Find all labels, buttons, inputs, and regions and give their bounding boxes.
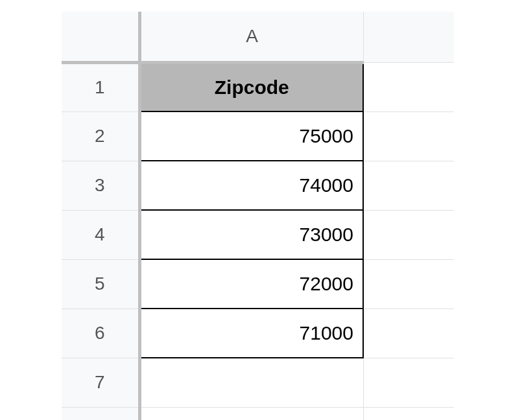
row-6: 6 71000 (62, 309, 454, 358)
cell-A3[interactable]: 74000 (139, 161, 363, 210)
grid-table: A 1 Zipcode 2 75000 3 74000 4 73000 5 72… (62, 12, 454, 420)
cell-A8[interactable] (139, 407, 363, 420)
cell-A1[interactable]: Zipcode (139, 62, 363, 111)
row-2: 2 75000 (62, 111, 454, 161)
row-header-4[interactable]: 4 (62, 210, 139, 259)
cell-B8[interactable] (363, 407, 454, 420)
row-1: 1 Zipcode (62, 62, 454, 111)
row-8-partial (62, 407, 454, 420)
cell-A6[interactable]: 71000 (139, 309, 363, 358)
cell-B1[interactable] (363, 62, 454, 111)
column-header-next[interactable] (363, 12, 454, 62)
row-header-7[interactable]: 7 (62, 358, 139, 407)
cell-B7[interactable] (363, 358, 454, 407)
column-header-row: A (62, 12, 454, 62)
spreadsheet-grid[interactable]: A 1 Zipcode 2 75000 3 74000 4 73000 5 72… (62, 12, 454, 420)
row-header-2[interactable]: 2 (62, 111, 139, 161)
row-header-6[interactable]: 6 (62, 309, 139, 358)
cell-B6[interactable] (363, 309, 454, 358)
cell-B3[interactable] (363, 161, 454, 210)
cell-B5[interactable] (363, 259, 454, 309)
cell-B2[interactable] (363, 111, 454, 161)
row-header-8[interactable] (62, 407, 139, 420)
cell-A4[interactable]: 73000 (139, 210, 363, 259)
row-3: 3 74000 (62, 161, 454, 210)
row-4: 4 73000 (62, 210, 454, 259)
row-header-1[interactable]: 1 (62, 62, 139, 111)
row-7: 7 (62, 358, 454, 407)
row-header-5[interactable]: 5 (62, 259, 139, 309)
column-header-A[interactable]: A (139, 12, 363, 62)
cell-B4[interactable] (363, 210, 454, 259)
row-5: 5 72000 (62, 259, 454, 309)
row-header-3[interactable]: 3 (62, 161, 139, 210)
cell-A7[interactable] (139, 358, 363, 407)
cell-A2[interactable]: 75000 (139, 111, 363, 161)
select-all-corner[interactable] (62, 12, 139, 62)
cell-A5[interactable]: 72000 (139, 259, 363, 309)
